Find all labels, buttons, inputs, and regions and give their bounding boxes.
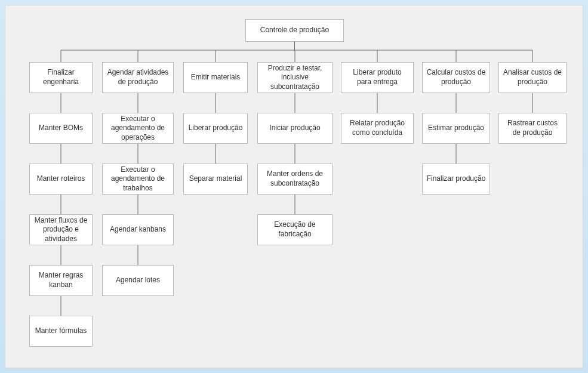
node-0-3: Manter regras kanban bbox=[29, 265, 93, 296]
node-3-2: Execução de fabricação bbox=[257, 214, 333, 245]
node-1-0: Executar o agendamento de operações bbox=[102, 113, 174, 144]
diagram-canvas: Controle de produçãoFinalizar engenharia… bbox=[5, 5, 583, 368]
node-6-0: Rastrear custos de produção bbox=[498, 113, 567, 144]
node-0-4: Manter fórmulas bbox=[29, 316, 93, 347]
branch-1: Agendar atividades de produção bbox=[102, 62, 174, 93]
branch-2: Emitir materiais bbox=[183, 62, 248, 93]
branch-5: Calcular custos de produção bbox=[422, 62, 490, 93]
branch-4: Liberar produto para entrega bbox=[341, 62, 414, 93]
node-2-1: Separar material bbox=[183, 164, 248, 195]
node-2-0: Liberar produção bbox=[183, 113, 248, 144]
node-0-1: Manter roteiros bbox=[29, 164, 93, 195]
node-1-3: Agendar lotes bbox=[102, 265, 174, 296]
root-node: Controle de produção bbox=[245, 19, 344, 42]
branch-6: Analisar custos de produção bbox=[498, 62, 567, 93]
node-1-2: Agendar kanbans bbox=[102, 214, 174, 245]
node-5-0: Estimar produção bbox=[422, 113, 490, 144]
node-0-2: Manter fluxos de produção e atividades bbox=[29, 214, 93, 245]
branch-3: Produzir e testar, inclusive subcontrata… bbox=[257, 62, 333, 93]
node-5-1: Finalizar produção bbox=[422, 164, 490, 195]
node-4-0: Relatar produção como concluída bbox=[341, 113, 414, 144]
branch-0: Finalizar engenharia bbox=[29, 62, 93, 93]
node-1-1: Executar o agendamento de trabalhos bbox=[102, 164, 174, 195]
node-3-0: Iniciar produção bbox=[257, 113, 333, 144]
node-3-1: Manter ordens de subcontratação bbox=[257, 164, 333, 195]
node-0-0: Manter BOMs bbox=[29, 113, 93, 144]
